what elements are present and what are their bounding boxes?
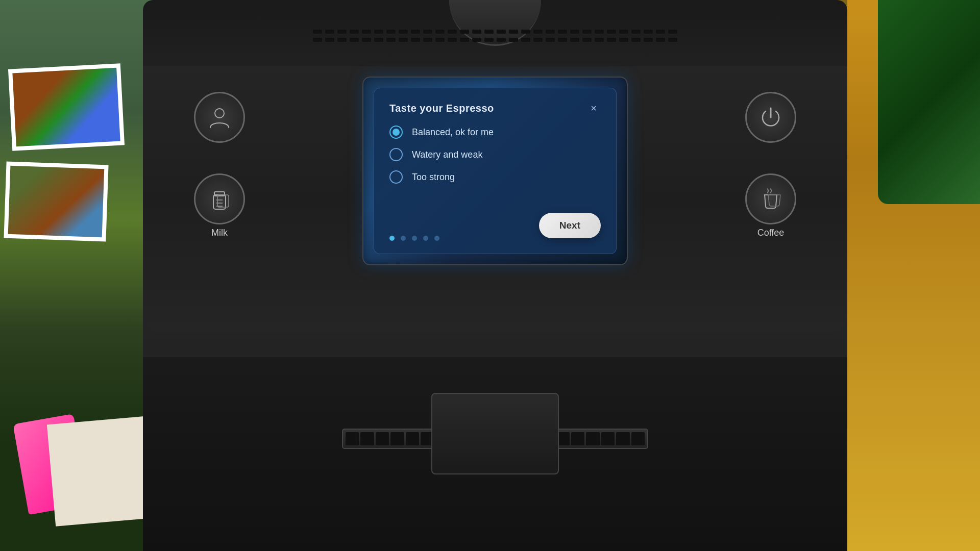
vent-slot (472, 30, 481, 34)
vent-slot (350, 30, 359, 34)
vent-slot (619, 30, 628, 34)
radio-watery[interactable] (389, 148, 403, 161)
progress-dot-2 (401, 236, 406, 241)
vent-slot (668, 38, 677, 42)
vent-slot (411, 38, 420, 42)
vent-slot (325, 38, 334, 42)
vent-slot (533, 30, 543, 34)
progress-dots (389, 236, 439, 241)
power-button[interactable] (745, 92, 796, 143)
vent-slot (337, 38, 347, 42)
vent-slot (558, 30, 567, 34)
vent-slot (399, 30, 408, 34)
profile-button[interactable] (194, 92, 245, 143)
espresso-machine-body: Milk Taste your Espresso × Balanced, ok (143, 0, 847, 551)
vent-slot (362, 30, 371, 34)
vent-slot (497, 38, 506, 42)
vent-slot (656, 30, 665, 34)
vent-slot (631, 30, 641, 34)
vent-slot (619, 38, 628, 42)
vent-slot (337, 30, 347, 34)
wooden-counter (847, 0, 980, 551)
option-balanced-label: Balanced, ok for me (412, 127, 494, 138)
vent-slot (448, 30, 457, 34)
vent-slot (644, 30, 653, 34)
green-object (878, 0, 980, 204)
svg-point-0 (215, 109, 224, 118)
vent-slot (362, 38, 371, 42)
vent-slot (484, 30, 494, 34)
option-watery-label: Watery and weak (412, 149, 482, 160)
milk-button-label: Milk (211, 228, 228, 238)
dialog-header: Taste your Espresso × (389, 101, 601, 115)
vent-slot (313, 30, 322, 34)
person-icon (206, 104, 233, 131)
vent-slot (399, 38, 408, 42)
next-button[interactable]: Next (539, 213, 601, 238)
svg-rect-6 (217, 195, 229, 207)
vent-slot (668, 30, 677, 34)
photo-frame-2 (4, 162, 108, 242)
machine-bottom-section (143, 357, 847, 551)
vent-slot (411, 30, 420, 34)
progress-dot-5 (434, 236, 439, 241)
vent-slot (325, 30, 334, 34)
coffee-cup-icon (757, 186, 784, 212)
vent-slot (570, 38, 579, 42)
vent-slot (607, 30, 616, 34)
vent-slot (607, 38, 616, 42)
vent-slot (460, 30, 469, 34)
vent-slot (423, 38, 432, 42)
vent-slot (570, 30, 579, 34)
vent-slot (435, 30, 445, 34)
power-icon (757, 104, 784, 131)
progress-dot-1 (389, 236, 395, 241)
vent-slot (386, 30, 396, 34)
vent-slot (558, 38, 567, 42)
machine-panel: Milk Taste your Espresso × Balanced, ok (143, 66, 847, 332)
vent-row-2 (313, 38, 677, 42)
coffee-button[interactable]: Coffee (745, 173, 796, 224)
vent-slot (521, 38, 530, 42)
vent-slot (386, 38, 396, 42)
vent-slot (509, 30, 518, 34)
vent-slot (374, 30, 383, 34)
photo-frame-1 (8, 63, 125, 151)
option-watery[interactable]: Watery and weak (389, 148, 601, 161)
option-strong-label: Too strong (412, 172, 455, 183)
option-strong[interactable]: Too strong (389, 170, 601, 184)
vent-slot (374, 38, 383, 42)
screen-container: Taste your Espresso × Balanced, ok for m… (362, 77, 628, 265)
vent-slot (509, 38, 518, 42)
vent-slot (350, 38, 359, 42)
vent-slot (435, 38, 445, 42)
progress-dot-4 (423, 236, 428, 241)
option-balanced[interactable]: Balanced, ok for me (389, 126, 601, 139)
milk-button[interactable]: Milk (194, 173, 245, 224)
vent-slot (644, 38, 653, 42)
ventilation-grille (265, 15, 725, 56)
taste-espresso-dialog: Taste your Espresso × Balanced, ok for m… (374, 88, 617, 254)
vent-slot (448, 38, 457, 42)
vent-slot (546, 38, 555, 42)
taste-options-group: Balanced, ok for me Watery and weak Too … (389, 126, 601, 223)
vent-slot (484, 38, 494, 42)
close-button[interactable]: × (586, 101, 601, 115)
vent-slot (460, 38, 469, 42)
cup-platform (431, 393, 559, 474)
vent-slot (423, 30, 432, 34)
vent-slot (582, 30, 592, 34)
vent-slot (521, 30, 530, 34)
machine-screen: Taste your Espresso × Balanced, ok for m… (362, 77, 628, 265)
right-button-group: Coffee (745, 92, 796, 224)
coffee-button-label: Coffee (757, 228, 785, 238)
radio-balanced[interactable] (389, 126, 403, 139)
vent-slot (533, 38, 543, 42)
vent-slot (631, 38, 641, 42)
left-button-group: Milk (194, 92, 245, 224)
radio-strong[interactable] (389, 170, 403, 184)
vent-slot (595, 38, 604, 42)
vent-slot (546, 30, 555, 34)
dialog-title: Taste your Espresso (389, 103, 494, 114)
vent-slot (497, 30, 506, 34)
